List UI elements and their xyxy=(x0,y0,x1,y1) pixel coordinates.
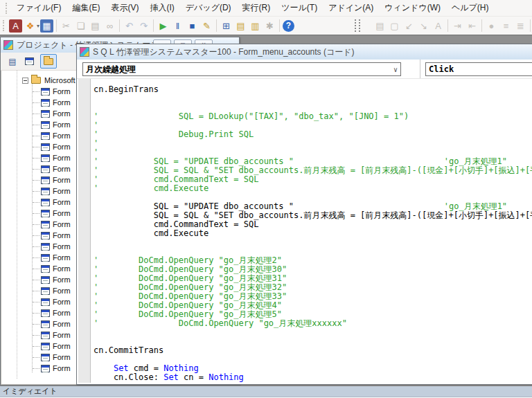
code-window: S Q L 竹澤管理システムマスター100 - Form_menu_accoun… xyxy=(76,44,532,385)
tree-item-form[interactable]: Form xyxy=(1,252,71,263)
tree-item-label: Form xyxy=(53,165,71,173)
properties-window-icon[interactable]: ▤ xyxy=(234,19,247,33)
tree-item-form[interactable]: Form xyxy=(1,307,71,318)
code-line[interactable] xyxy=(94,94,532,103)
code-line[interactable]: cn.CommitTrans xyxy=(94,346,532,355)
code-line[interactable]: ' xyxy=(94,139,532,148)
menu-item-window[interactable]: ウィンドウ(W) xyxy=(379,0,446,16)
indent-icon[interactable]: ⇥ xyxy=(451,19,464,33)
toggle-breakpoint-icon[interactable]: ● xyxy=(485,19,498,33)
tree-item-form[interactable]: Form xyxy=(1,197,71,208)
menu-item-help[interactable]: ヘルプ(H) xyxy=(446,0,495,16)
tree-item-label: Form xyxy=(53,143,71,151)
view-code-button[interactable]: ▤ xyxy=(4,54,21,69)
break-icon[interactable]: ‖ xyxy=(171,19,184,33)
tree-item-form[interactable]: Form xyxy=(1,341,71,352)
tree-item-form[interactable]: Form xyxy=(1,352,71,363)
form-icon xyxy=(41,354,50,361)
outdent-icon[interactable]: ⇤ xyxy=(466,19,479,33)
design-mode-icon[interactable]: ✎ xyxy=(200,19,213,33)
complete-word-icon[interactable]: A xyxy=(432,19,445,33)
tree-item-form[interactable]: Form xyxy=(1,274,71,285)
tree-item-form[interactable]: Form xyxy=(1,97,71,108)
uncomment-block-icon[interactable]: ≣ xyxy=(514,19,527,33)
tree-item-label: Form xyxy=(53,287,71,295)
toolbar-separator xyxy=(216,19,217,32)
view-access-icon[interactable]: A xyxy=(9,19,22,33)
tree-item-form[interactable]: Form xyxy=(1,174,71,186)
tree-root-folder[interactable]: Microsoft xyxy=(1,75,76,86)
object-browser-icon[interactable]: ▥ xyxy=(249,19,262,33)
tree-item-form[interactable]: Form xyxy=(1,130,71,141)
menu-item-tools[interactable]: ツール(T) xyxy=(276,0,323,16)
menu-item-addins[interactable]: アドイン(A) xyxy=(323,0,379,16)
folder-icon xyxy=(31,77,41,84)
tree-item-form[interactable]: Form xyxy=(1,363,71,374)
pane-divider[interactable] xyxy=(420,60,420,78)
tree-item-form[interactable]: Form xyxy=(1,163,71,174)
save-icon[interactable]: ▦ xyxy=(40,19,53,33)
project-explorer-icon[interactable]: ⊞ xyxy=(220,19,233,33)
view-object-button[interactable] xyxy=(22,54,39,69)
code-line[interactable]: cmd.Execute xyxy=(94,229,532,238)
tree-item-form[interactable]: Form xyxy=(1,119,71,130)
toolbar-separator xyxy=(447,19,448,32)
collapse-icon[interactable] xyxy=(22,78,28,84)
menu-item-view[interactable]: 表示(V) xyxy=(105,0,144,16)
tree-item-form[interactable]: Form xyxy=(1,152,71,163)
toggle-folders-button[interactable] xyxy=(40,54,57,69)
tree-item-form[interactable]: Form xyxy=(1,219,71,230)
tree-item-form[interactable]: Form xyxy=(1,141,71,152)
list-properties-icon[interactable]: ▤ xyxy=(373,19,387,33)
form-icon xyxy=(41,110,50,118)
code-line[interactable]: cn.Close: Set cn = Nothing xyxy=(94,373,532,382)
code-line[interactable] xyxy=(94,238,532,247)
parameter-info-icon[interactable]: ↘ xyxy=(417,19,430,33)
code-line[interactable]: ' SQL = DLookup("[TAX]", "dbo_tax", "[JN… xyxy=(94,112,532,121)
code-line[interactable]: ' Debug.Print SQL xyxy=(94,130,532,139)
comment-block-icon[interactable]: ≡ xyxy=(499,19,513,33)
toolbar-overflow-handle[interactable] xyxy=(355,19,360,32)
run-sub-icon[interactable]: ▶ xyxy=(157,19,170,33)
procedure-dropdown[interactable]: Click xyxy=(425,62,532,76)
list-constants-icon[interactable]: ▢ xyxy=(388,19,401,33)
tree-item-form[interactable]: Form xyxy=(1,230,71,241)
code-window-titlebar[interactable]: S Q L 竹澤管理システムマスター100 - Form_menu_accoun… xyxy=(77,44,532,60)
reset-icon[interactable]: ■ xyxy=(186,19,199,33)
menu-item-run[interactable]: 実行(R) xyxy=(237,0,276,16)
dropdown-arrow-icon[interactable]: ▾ xyxy=(37,23,39,29)
tree-item-form[interactable]: Form xyxy=(1,86,71,97)
form-icon xyxy=(41,121,50,129)
tree-item-form[interactable]: Form xyxy=(1,241,71,252)
code-line[interactable] xyxy=(94,328,532,337)
toolbar-drag-handle[interactable] xyxy=(6,3,8,14)
menu-item-insert[interactable]: 挿入(I) xyxy=(144,0,179,16)
menu-item-debug[interactable]: デバッグ(D) xyxy=(180,0,237,16)
tree-item-form[interactable]: Form xyxy=(1,318,71,329)
tree-item-form[interactable]: Form xyxy=(1,108,71,119)
toolbar-drag-handle[interactable] xyxy=(3,20,6,31)
code-editor[interactable]: cn.BeginTrans ' SQL = DLookup("[TAX]", "… xyxy=(78,79,532,383)
menu-item-file[interactable]: ファイル(F) xyxy=(11,0,66,16)
tree-item-form[interactable]: Form xyxy=(1,296,71,307)
immediate-window-titlebar[interactable]: イミディエイト xyxy=(0,386,532,397)
code-line[interactable]: ' cmd.Execute xyxy=(94,184,532,193)
tree-item-form[interactable]: Form xyxy=(1,263,71,274)
quick-info-icon[interactable]: ↙ xyxy=(402,19,416,33)
indicator-margin[interactable] xyxy=(78,79,91,383)
tree-item-form[interactable]: Form xyxy=(1,208,71,219)
tree-item-form[interactable]: Form xyxy=(1,329,71,341)
form-icon xyxy=(41,320,50,328)
insert-object-icon[interactable]: ❖ xyxy=(24,19,37,33)
object-dropdown[interactable]: 月次繰越処理 ∨ xyxy=(82,62,401,76)
form-icon xyxy=(41,287,50,295)
menu-item-edit[interactable]: 編集(E) xyxy=(66,0,105,16)
tree-item-label: Form xyxy=(53,198,71,206)
tree-item-label: Form xyxy=(53,253,71,262)
tree-item-form[interactable]: Form xyxy=(1,285,71,296)
code-line[interactable]: ' DoCmd.OpenQuery "go_月末処理xxxxxx" xyxy=(94,319,532,328)
help-icon[interactable]: ? xyxy=(283,20,294,32)
tree-item-form[interactable]: Form xyxy=(1,186,71,197)
code-line[interactable]: cn.BeginTrans xyxy=(94,85,532,94)
tree-item-label: Form xyxy=(53,154,71,162)
